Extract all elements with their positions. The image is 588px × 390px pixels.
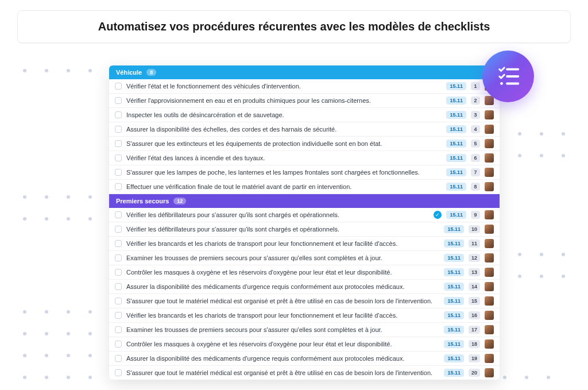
assignee-avatar[interactable] [485, 296, 494, 306]
task-date-badge: 15.11 [446, 140, 466, 148]
task-number-badge: 12 [469, 254, 480, 262]
assignee-avatar[interactable] [485, 368, 494, 377]
task-checkbox[interactable] [115, 226, 122, 233]
assignee-avatar[interactable] [485, 182, 494, 191]
task-number-badge: 7 [471, 168, 480, 176]
task-date-badge: 15.11 [446, 82, 466, 90]
task-checkbox[interactable] [115, 111, 122, 118]
section-header[interactable]: Premiers secours12 [109, 194, 500, 208]
assignee-avatar[interactable] [485, 311, 494, 320]
task-row[interactable]: Assurer la disponibilité des médicaments… [109, 352, 500, 366]
task-row[interactable]: Contrôler les masques à oxygène et les r… [109, 337, 500, 352]
assignee-avatar[interactable] [485, 268, 494, 277]
task-row[interactable]: Assurer la disponibilité des échelles, d… [109, 122, 500, 137]
task-number-badge: 6 [471, 154, 480, 162]
task-checkbox[interactable] [115, 298, 122, 304]
task-number-badge: 18 [469, 340, 480, 348]
assignee-avatar[interactable] [485, 239, 494, 248]
task-row[interactable]: S'assurer que tout le matériel médical e… [109, 294, 500, 308]
task-date-badge: 15.11 [444, 240, 464, 248]
task-label: Vérifier les défibrillateurs pour s'assu… [126, 226, 439, 233]
task-label: Examiner les trousses de premiers secour… [126, 254, 439, 261]
task-row[interactable]: Vérifier les brancards et les chariots d… [109, 308, 500, 323]
task-row[interactable]: Examiner les trousses de premiers secour… [109, 251, 500, 265]
assignee-avatar[interactable] [485, 125, 494, 134]
task-row[interactable]: Inspecter les outils de désincarcération… [109, 108, 500, 122]
task-checkbox[interactable] [115, 283, 122, 290]
check-icon: ✓ [434, 211, 442, 219]
task-row[interactable]: Vérifier les défibrillateurs pour s'assu… [109, 208, 500, 222]
task-date-badge: 15.11 [444, 283, 464, 291]
task-checkbox[interactable] [115, 326, 122, 333]
task-number-badge: 4 [471, 125, 480, 133]
task-date-badge: 15.11 [444, 311, 464, 319]
task-row[interactable]: S'assurer que les lampes de poche, les l… [109, 165, 500, 180]
task-date-badge: 15.11 [444, 297, 464, 305]
task-checkbox[interactable] [115, 341, 122, 347]
task-date-badge: 15.11 [446, 211, 466, 219]
task-checkbox[interactable] [115, 126, 122, 133]
task-label: Assurer la disponibilité des médicaments… [126, 355, 439, 362]
task-label: Vérifier les défibrillateurs pour s'assu… [126, 211, 429, 218]
assignee-avatar[interactable] [485, 210, 494, 219]
task-number-badge: 14 [469, 283, 480, 291]
task-row[interactable]: Assurer la disponibilité des médicaments… [109, 280, 500, 294]
task-label: Effectuer une vérification finale de tou… [126, 183, 442, 190]
task-number-badge: 13 [469, 268, 480, 276]
assignee-avatar[interactable] [485, 339, 494, 349]
task-checkbox[interactable] [115, 254, 122, 261]
task-date-badge: 15.11 [444, 369, 464, 377]
task-row[interactable]: Vérifier l'état des lances à incendie et… [109, 151, 500, 165]
task-checkbox[interactable] [115, 355, 122, 362]
assignee-avatar[interactable] [485, 168, 494, 177]
assignee-avatar[interactable] [485, 139, 494, 148]
task-date-badge: 15.11 [444, 268, 464, 276]
task-checkbox[interactable] [115, 269, 122, 276]
section-title: Premiers secours [116, 198, 169, 204]
assignee-avatar[interactable] [485, 354, 494, 363]
task-checkbox[interactable] [115, 155, 122, 161]
task-number-badge: 2 [471, 96, 480, 105]
task-date-badge: 15.11 [444, 254, 464, 262]
checklist-hero-icon [482, 51, 534, 102]
assignee-avatar[interactable] [485, 325, 494, 334]
assignee-avatar[interactable] [485, 225, 494, 234]
task-row[interactable]: Vérifier l'état et le fonctionnement des… [109, 79, 500, 94]
task-row[interactable]: Examiner les trousses de premiers secour… [109, 323, 500, 337]
title-card: Automatisez vos procédures récurentes av… [17, 10, 571, 43]
task-checkbox[interactable] [115, 312, 122, 319]
assignee-avatar[interactable] [485, 282, 494, 291]
task-number-badge: 9 [471, 211, 480, 219]
task-date-badge: 15.11 [444, 225, 464, 233]
task-label: Examiner les trousses de premiers secour… [126, 326, 439, 333]
task-row[interactable]: Vérifier les défibrillateurs pour s'assu… [109, 222, 500, 237]
section-header[interactable]: Véhicule8 [109, 65, 500, 79]
task-checkbox[interactable] [115, 140, 122, 147]
task-number-badge: 19 [469, 354, 480, 362]
task-checkbox[interactable] [115, 369, 122, 376]
task-number-badge: 5 [471, 140, 480, 148]
task-checkbox[interactable] [115, 211, 122, 218]
task-row[interactable]: S'assurer que les extincteurs et les équ… [109, 137, 500, 151]
task-label: S'assurer que tout le matériel médical e… [126, 298, 439, 304]
task-checkbox[interactable] [115, 183, 122, 190]
task-checkbox[interactable] [115, 97, 122, 104]
task-row[interactable]: Effectuer une vérification finale de tou… [109, 180, 500, 194]
task-row[interactable]: Vérifier les brancards et les chariots d… [109, 237, 500, 251]
task-label: Vérifier les brancards et les chariots d… [126, 312, 439, 319]
task-checkbox[interactable] [115, 83, 122, 90]
task-checkbox[interactable] [115, 240, 122, 247]
assignee-avatar[interactable] [485, 110, 494, 119]
task-date-badge: 15.11 [446, 111, 466, 119]
task-label: Assurer la disponibilité des échelles, d… [126, 126, 442, 133]
section-count-badge: 12 [173, 198, 186, 204]
task-row[interactable]: Vérifier l'approvisionnement en eau et e… [109, 94, 500, 108]
task-date-badge: 15.11 [446, 183, 466, 191]
assignee-avatar[interactable] [485, 253, 494, 262]
task-row[interactable]: S'assurer que tout le matériel médical e… [109, 366, 500, 380]
task-row[interactable]: Contrôler les masques à oxygène et les r… [109, 265, 500, 280]
task-date-badge: 15.11 [446, 96, 466, 105]
assignee-avatar[interactable] [485, 153, 494, 163]
task-label: Vérifier les brancards et les chariots d… [126, 240, 439, 247]
task-checkbox[interactable] [115, 169, 122, 176]
